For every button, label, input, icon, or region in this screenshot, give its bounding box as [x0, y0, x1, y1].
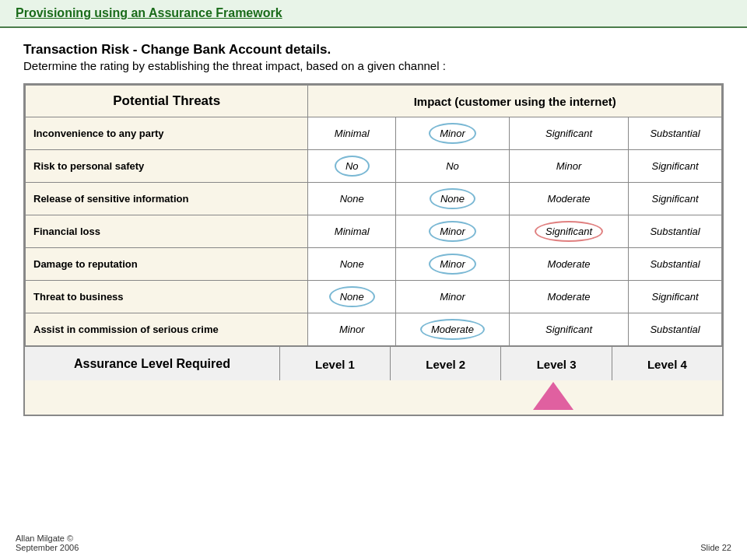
l1-cell-1: No — [308, 150, 396, 183]
col-threats-header: Potential Threats — [26, 86, 308, 117]
l1-cell-0: Minimal — [308, 117, 396, 150]
l1-cell-2: None — [308, 183, 396, 215]
l2-cell-2: None — [395, 183, 509, 215]
level3-label: Level 3 — [537, 358, 577, 371]
threat-cell-3: Financial loss — [26, 215, 308, 248]
threat-cell-4: Damage to reputation — [26, 248, 308, 281]
l3-cell-6: Significant — [509, 313, 628, 346]
sub-title: Determine the rating by establishing the… — [23, 59, 724, 72]
author: Allan Milgate © — [16, 534, 79, 543]
main-title: Transaction Risk - Change Bank Account d… — [23, 42, 724, 58]
l1-cell-4: None — [308, 248, 396, 281]
date: September 2006 — [16, 543, 79, 552]
threat-cell-2: Release of sensitive information — [26, 183, 308, 215]
l4-cell-2: Significant — [629, 183, 722, 215]
main-table: Potential Threats Impact (customer using… — [23, 83, 724, 416]
l3-cell-3: Significant — [509, 215, 628, 248]
l2-cell-1: No — [395, 150, 509, 183]
l2-cell-3: Minor — [395, 215, 509, 248]
l1-cell-6: Minor — [308, 313, 396, 346]
threat-cell-1: Risk to personal safety — [26, 150, 308, 183]
slide-number: Slide 22 — [700, 543, 731, 552]
l2-cell-0: Minor — [395, 117, 509, 150]
level3-arrow — [533, 382, 573, 410]
page-footer: Allan Milgate © September 2006 — [16, 534, 79, 552]
level1-label: Level 1 — [315, 358, 355, 371]
l3-cell-2: Moderate — [509, 183, 628, 215]
l4-cell-0: Substantial — [629, 117, 722, 150]
l3-cell-0: Significant — [509, 117, 628, 150]
l2-cell-6: Moderate — [395, 313, 509, 346]
l3-cell-4: Moderate — [509, 248, 628, 281]
l3-cell-1: Minor — [509, 150, 628, 183]
threat-cell-0: Inconvenience to any party — [26, 117, 308, 150]
l2-cell-5: Minor — [395, 281, 509, 313]
level4-label: Level 4 — [647, 358, 687, 371]
assurance-label: Assurance Level Required — [74, 357, 230, 371]
l4-cell-4: Substantial — [629, 248, 722, 281]
l2-cell-4: Minor — [395, 248, 509, 281]
l1-cell-3: Minimal — [308, 215, 396, 248]
level2-label: Level 2 — [426, 358, 465, 371]
l3-cell-5: Moderate — [509, 281, 628, 313]
page-header: Provisioning using an Assurance Framewor… — [0, 0, 747, 28]
threat-cell-5: Threat to business — [26, 281, 308, 313]
l4-cell-3: Substantial — [629, 215, 722, 248]
l4-cell-6: Substantial — [629, 313, 722, 346]
l1-cell-5: None — [308, 281, 396, 313]
header-title: Provisioning using an Assurance Framewor… — [16, 6, 282, 19]
l4-cell-5: Significant — [629, 281, 722, 313]
threat-cell-6: Assist in commission of serious crime — [26, 313, 308, 346]
l4-cell-1: Significant — [629, 150, 722, 183]
col-impact-header: Impact (customer using the internet) — [308, 86, 722, 117]
